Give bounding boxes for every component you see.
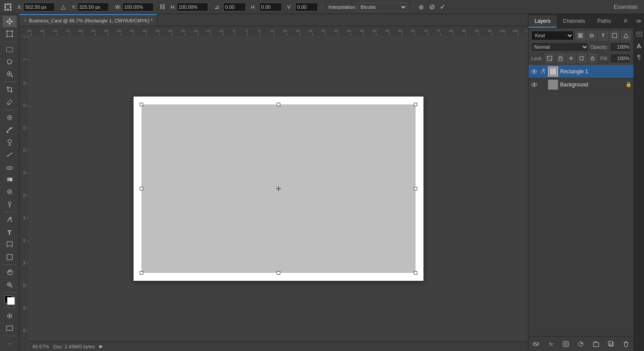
- panel-options-icon[interactable]: [635, 30, 644, 39]
- add-mask-icon[interactable]: [561, 339, 571, 349]
- tab-channels[interactable]: Channels: [557, 15, 591, 28]
- dodge-tool[interactable]: [3, 199, 17, 210]
- y-input[interactable]: [77, 3, 109, 11]
- hand-tool[interactable]: [3, 267, 17, 278]
- quick-mask-tool[interactable]: [3, 310, 17, 321]
- handle-bottom-right[interactable]: [414, 271, 417, 275]
- filter-shape-icon[interactable]: [610, 31, 619, 40]
- pen-tool[interactable]: [3, 214, 17, 226]
- svg-rect-7: [7, 9, 9, 11]
- quick-select-tool[interactable]: [3, 68, 17, 80]
- ruler-horizontal: -85-80-75-70-65-60-55-50-45-40-35-30-25-…: [19, 26, 528, 36]
- lasso-tool[interactable]: [3, 56, 17, 68]
- add-fx-icon[interactable]: fx: [546, 339, 556, 349]
- h-input[interactable]: [177, 3, 208, 11]
- handle-bottom-center[interactable]: [277, 271, 280, 275]
- handle-mid-right[interactable]: [414, 187, 417, 190]
- layer-item-background[interactable]: Background 🔒: [528, 78, 633, 91]
- svg-point-22: [7, 132, 8, 133]
- tab-paths[interactable]: Paths: [591, 15, 617, 28]
- lt-sep-8: [3, 336, 16, 336]
- collapse-panel-icon[interactable]: ≫: [635, 17, 644, 25]
- add-adjustment-icon[interactable]: [576, 339, 586, 349]
- spot-healing-tool[interactable]: [3, 112, 17, 123]
- shape-tool[interactable]: [3, 251, 17, 263]
- opacity-input[interactable]: [610, 42, 631, 52]
- top-toolbar: X: △ Y: W: ⛓ H: ⊿ H V Interpolation: Bic…: [0, 0, 644, 14]
- interpolation-select[interactable]: Bicubic Bilinear Nearest Neighbor: [358, 3, 407, 11]
- h-skew-input[interactable]: [259, 3, 282, 11]
- rotation-input[interactable]: [223, 3, 246, 11]
- gradient-tool[interactable]: [3, 174, 17, 185]
- panel-menu-icon[interactable]: ≡: [618, 14, 633, 28]
- type-tool[interactable]: T: [3, 226, 17, 238]
- svg-point-37: [9, 315, 11, 317]
- blur-tool[interactable]: [3, 186, 17, 197]
- handle-bottom-left[interactable]: [140, 271, 143, 275]
- marquee-rect-tool[interactable]: [3, 43, 17, 55]
- background-color[interactable]: [7, 297, 15, 305]
- cancel-icon[interactable]: ⊘: [428, 3, 436, 11]
- paragraph-tool-extra[interactable]: ¶: [635, 53, 644, 61]
- handle-top-right[interactable]: [414, 103, 417, 106]
- clone-stamp-tool[interactable]: [3, 136, 17, 148]
- handle-top-center[interactable]: [277, 103, 280, 106]
- lock-artboard-icon[interactable]: [577, 54, 586, 63]
- warp-icon[interactable]: ⊛: [417, 3, 425, 11]
- w-input[interactable]: [122, 3, 154, 11]
- lock-image-icon[interactable]: [556, 54, 565, 63]
- filter-type-icon[interactable]: T: [598, 31, 608, 40]
- screen-mode[interactable]: [3, 322, 17, 334]
- handle-mid-left[interactable]: [140, 187, 143, 190]
- layer-visibility-rectangle1[interactable]: [530, 68, 538, 75]
- workspace-label: Essentials: [614, 4, 638, 10]
- kind-select[interactable]: Kind: [531, 31, 574, 40]
- path-select-tool[interactable]: [3, 239, 17, 250]
- brush-tool[interactable]: [3, 124, 17, 136]
- handle-top-left[interactable]: [140, 103, 143, 106]
- canvas-viewport[interactable]: ✛: [29, 36, 528, 341]
- artboard-tool[interactable]: [3, 28, 17, 39]
- link-layers-icon[interactable]: [531, 339, 541, 349]
- lock-all-icon[interactable]: [588, 54, 597, 63]
- commit-icon[interactable]: ✓: [438, 3, 446, 11]
- lt-sep-2: [3, 82, 16, 82]
- tab-close[interactable]: ×: [24, 18, 26, 23]
- history-brush-tool[interactable]: [3, 149, 17, 160]
- lock-transparent-icon[interactable]: [545, 54, 554, 63]
- delete-layer-icon[interactable]: [621, 339, 631, 349]
- color-swatches[interactable]: [3, 294, 17, 306]
- lock-position-icon[interactable]: [567, 54, 575, 63]
- svg-point-23: [8, 140, 11, 143]
- svg-rect-6: [4, 9, 6, 11]
- blend-mode-select[interactable]: Normal Dissolve Multiply Screen Overlay: [531, 42, 589, 52]
- filter-smart-icon[interactable]: [621, 31, 631, 40]
- svg-rect-46: [559, 58, 562, 61]
- svg-rect-40: [579, 34, 582, 37]
- eraser-tool[interactable]: [3, 161, 17, 173]
- lt-sep-1: [3, 42, 16, 42]
- zoom-tool[interactable]: [3, 279, 17, 290]
- filter-pixel-icon[interactable]: [575, 31, 585, 40]
- chain-wh-icon[interactable]: ⛓: [158, 3, 166, 11]
- svg-point-50: [533, 71, 535, 72]
- main-area: T: [0, 14, 644, 351]
- text-tool-extra[interactable]: A: [635, 41, 644, 50]
- crop-tool[interactable]: [3, 84, 17, 95]
- x-input[interactable]: [23, 3, 55, 11]
- canvas-rectangle-layer[interactable]: ✛: [141, 104, 416, 273]
- fill-input[interactable]: [610, 54, 631, 63]
- layer-item-rectangle1[interactable]: Rectangle 1: [528, 65, 633, 78]
- status-arrow[interactable]: ▶: [99, 344, 103, 349]
- v-skew-input[interactable]: [295, 3, 318, 11]
- filter-adjust-icon[interactable]: [587, 31, 597, 40]
- tab-layers[interactable]: Layers: [528, 15, 557, 28]
- move-tool[interactable]: [3, 16, 17, 27]
- layer-visibility-background[interactable]: [530, 81, 538, 89]
- new-layer-icon[interactable]: [606, 339, 616, 349]
- new-group-icon[interactable]: [591, 339, 601, 349]
- more-tools[interactable]: ···: [3, 338, 17, 349]
- eyedropper-tool[interactable]: [3, 96, 17, 107]
- svg-rect-62: [637, 32, 642, 36]
- document-tab[interactable]: × Business_Card @ 66.7% (Rectangle 1, CM…: [19, 14, 157, 26]
